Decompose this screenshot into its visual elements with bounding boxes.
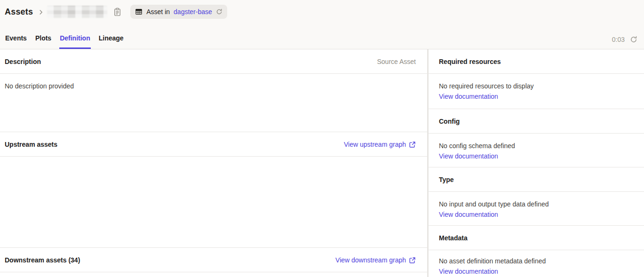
tab-plots[interactable]: Plots bbox=[35, 30, 52, 49]
asset-definition-page: Assets bbox=[0, 0, 644, 277]
description-empty-text: No description provided bbox=[5, 82, 74, 90]
refresh-timer: 0:03 bbox=[612, 35, 638, 49]
right-panel: Required resources No required resources… bbox=[429, 49, 644, 277]
metadata-empty-text: No asset definition metadata defined bbox=[439, 256, 633, 266]
downstream-assets-title: Downstream assets (34) bbox=[5, 256, 80, 264]
refresh-button[interactable] bbox=[629, 35, 638, 44]
metadata-header: Metadata bbox=[429, 226, 644, 250]
required-resources-header: Required resources bbox=[429, 49, 644, 74]
asset-name-redacted bbox=[47, 6, 107, 18]
refresh-countdown: 0:03 bbox=[612, 36, 625, 43]
config-title: Config bbox=[439, 118, 460, 125]
upstream-assets-header: Upstream assets View upstream graph bbox=[0, 132, 427, 157]
type-empty-text: No input and output type data defined bbox=[439, 199, 633, 209]
left-panel: Description Source Asset No description … bbox=[0, 49, 429, 277]
tab-definition[interactable]: Definition bbox=[59, 30, 91, 49]
page-title[interactable]: Assets bbox=[5, 7, 33, 17]
asset-location-badge: Asset in dagster-base bbox=[130, 5, 227, 19]
downstream-assets-header: Downstream assets (34) View downstream g… bbox=[0, 248, 427, 272]
required-resources-title: Required resources bbox=[439, 58, 501, 65]
config-header: Config bbox=[429, 109, 644, 134]
external-link-icon bbox=[409, 141, 416, 148]
metadata-title: Metadata bbox=[439, 234, 468, 242]
table-icon bbox=[135, 8, 143, 16]
main-content: Description Source Asset No description … bbox=[0, 49, 644, 277]
view-downstream-graph-link[interactable]: View downstream graph bbox=[335, 256, 416, 264]
refresh-icon bbox=[630, 36, 637, 43]
view-downstream-graph-label: View downstream graph bbox=[335, 256, 406, 264]
repo-link[interactable]: dagster-base bbox=[174, 8, 212, 16]
type-body: No input and output type data defined Vi… bbox=[429, 192, 644, 226]
tab-bar: Events Plots Definition Lineage 0:03 bbox=[0, 30, 644, 49]
source-asset-tag: Source Asset bbox=[377, 58, 416, 65]
type-header: Type bbox=[429, 167, 644, 192]
metadata-docs-link[interactable]: View documentation bbox=[439, 268, 498, 275]
downstream-assets-body bbox=[0, 272, 427, 277]
clipboard-copy-icon bbox=[113, 8, 122, 16]
type-title: Type bbox=[439, 176, 454, 183]
chevron-right-icon bbox=[38, 9, 44, 16]
type-docs-link[interactable]: View documentation bbox=[439, 211, 498, 218]
tab-events[interactable]: Events bbox=[5, 30, 27, 49]
view-upstream-graph-label: View upstream graph bbox=[344, 141, 406, 148]
tab-lineage[interactable]: Lineage bbox=[98, 30, 124, 49]
upstream-assets-body bbox=[0, 157, 427, 248]
upstream-assets-title: Upstream assets bbox=[5, 141, 57, 148]
config-empty-text: No config schema defined bbox=[439, 141, 633, 151]
external-link-icon bbox=[409, 257, 416, 264]
required-resources-empty-text: No required resources to display bbox=[439, 81, 633, 91]
refresh-icon[interactable] bbox=[216, 8, 223, 15]
view-upstream-graph-link[interactable]: View upstream graph bbox=[344, 141, 416, 148]
tabs: Events Plots Definition Lineage bbox=[5, 30, 124, 49]
description-title: Description bbox=[5, 58, 41, 65]
badge-label: Asset in bbox=[146, 8, 170, 16]
breadcrumb: Assets bbox=[0, 0, 644, 20]
config-docs-link[interactable]: View documentation bbox=[439, 152, 498, 160]
description-body: No description provided bbox=[0, 74, 427, 132]
required-resources-docs-link[interactable]: View documentation bbox=[439, 93, 498, 100]
required-resources-body: No required resources to display View do… bbox=[429, 74, 644, 109]
description-header: Description Source Asset bbox=[0, 49, 427, 74]
header: Assets bbox=[0, 0, 644, 49]
copy-asset-name-button[interactable] bbox=[112, 7, 123, 17]
config-body: No config schema defined View documentat… bbox=[429, 134, 644, 167]
metadata-body: No asset definition metadata defined Vie… bbox=[429, 250, 644, 277]
